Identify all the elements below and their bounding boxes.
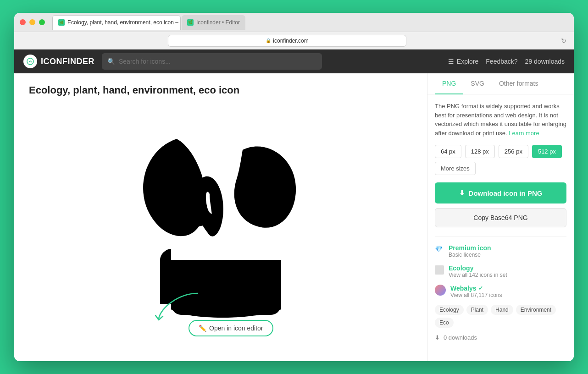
verified-badge-icon: ✓ — [478, 285, 483, 292]
traffic-lights — [20, 19, 45, 25]
download-icon: ⬇ — [459, 189, 465, 197]
explore-button[interactable]: ☰ Explore — [448, 58, 478, 65]
format-description: The PNG format is widely supported and w… — [435, 102, 566, 138]
premium-text: Premium icon Basic license — [449, 244, 491, 258]
tab-editor[interactable]: 🌿 Iconfinder • Editor — [182, 15, 245, 30]
refresh-button[interactable]: ↻ — [561, 37, 566, 44]
download-count-icon: ⬇ — [435, 334, 440, 341]
logo-text: ICONFINDER — [41, 57, 94, 66]
tabs-bar: 🌿 Ecology, plant, hand, environment, eco… — [52, 15, 568, 30]
maximize-button[interactable] — [39, 19, 45, 25]
iconset-sublabel: View all 142 icons in set — [449, 272, 507, 278]
copy-base64-button[interactable]: Copy Base64 PNG — [435, 208, 566, 227]
tab-favicon-icon: 🌿 — [58, 19, 65, 26]
tab-icon-label: Ecology, plant, hand, environment, eco i… — [67, 19, 181, 26]
tags-section: Ecology Plant Hand Environment Eco — [435, 305, 566, 328]
tab-svg[interactable]: SVG — [463, 73, 492, 94]
more-sizes-button[interactable]: More sizes — [435, 162, 476, 175]
svg-point-0 — [27, 58, 33, 65]
ecology-icon — [111, 117, 331, 339]
search-icon: 🔍 — [107, 58, 115, 65]
url-text: iconfinder.com — [273, 38, 308, 44]
tab-other-label: Other formats — [499, 80, 538, 87]
main-content: Ecology, plant, hand, environment, eco i… — [14, 73, 574, 361]
url-bar[interactable]: 🔒 iconfinder.com — [168, 35, 406, 47]
size-buttons: 64 px 128 px 256 px 512 px More sizes — [435, 145, 566, 175]
search-input[interactable] — [119, 58, 316, 65]
size-512-button[interactable]: 512 px — [532, 145, 562, 158]
size-64-button[interactable]: 64 px — [435, 145, 461, 158]
copy-label: Copy Base64 PNG — [473, 214, 527, 221]
icon-preview: ✏️ Open in icon editor — [29, 105, 412, 350]
size-128-button[interactable]: 128 px — [465, 145, 495, 158]
open-editor-label: Open in icon editor — [209, 324, 263, 332]
iconset-label[interactable]: Ecology — [449, 264, 507, 272]
tag-eco[interactable]: Eco — [435, 318, 454, 328]
downloads-info: ⬇ 0 downloads — [435, 334, 566, 341]
nav-right: ☰ Explore Feedback? 29 downloads — [448, 58, 565, 65]
tab-png-label: PNG — [442, 80, 456, 87]
icon-title: Ecology, plant, hand, environment, eco i… — [29, 84, 412, 96]
tag-environment[interactable]: Environment — [516, 305, 556, 315]
tab-svg-label: SVG — [471, 80, 484, 87]
author-meta-item: Webalys ✓ View all 87,117 icons — [435, 285, 566, 298]
premium-sublabel: Basic license — [449, 252, 491, 258]
open-editor-button[interactable]: ✏️ Open in icon editor — [189, 320, 273, 336]
right-panel: PNG SVG Other formats The PNG format is … — [427, 73, 574, 361]
urlbar: 🔒 iconfinder.com ↻ — [14, 32, 574, 50]
feedback-label[interactable]: Feedback? — [486, 58, 517, 65]
tab-png[interactable]: PNG — [435, 73, 463, 94]
explore-label: Explore — [457, 58, 478, 65]
hamburger-icon: ☰ — [448, 58, 454, 65]
format-tabs: PNG SVG Other formats — [427, 73, 574, 94]
tag-plant[interactable]: Plant — [466, 305, 488, 315]
logo-area[interactable]: ICONFINDER — [23, 55, 94, 68]
author-avatar — [435, 285, 446, 296]
tag-ecology[interactable]: Ecology — [435, 305, 464, 315]
tab-icon[interactable]: 🌿 Ecology, plant, hand, environment, eco… — [52, 15, 181, 30]
premium-meta-item: 💎 Premium icon Basic license — [435, 244, 566, 258]
iconset-meta-item: Ecology View all 142 icons in set — [435, 264, 566, 278]
author-label[interactable]: Webalys ✓ — [450, 285, 502, 292]
titlebar: 🌿 Ecology, plant, hand, environment, eco… — [14, 13, 574, 32]
tab-other-formats[interactable]: Other formats — [492, 73, 546, 94]
premium-icon: 💎 — [435, 245, 444, 254]
navbar: ICONFINDER 🔍 ☰ Explore Feedback? 29 down… — [14, 50, 574, 73]
browser-window: 🌿 Ecology, plant, hand, environment, eco… — [14, 13, 574, 361]
annotation-area: ✏️ Open in icon editor — [189, 320, 273, 336]
meta-section: 💎 Premium icon Basic license Ecology Vie… — [435, 236, 566, 341]
downloads-count: 0 downloads — [444, 334, 477, 341]
learn-more-link[interactable]: Learn more — [509, 130, 539, 137]
panel-content: The PNG format is widely supported and w… — [427, 94, 574, 361]
edit-icon: ✏️ — [199, 324, 206, 332]
premium-label[interactable]: Premium icon — [449, 244, 491, 252]
close-button[interactable] — [20, 19, 26, 25]
author-sublabel: View all 87,117 icons — [450, 292, 502, 298]
minimize-button[interactable] — [29, 19, 35, 25]
icon-area: Ecology, plant, hand, environment, eco i… — [14, 73, 427, 361]
lock-icon: 🔒 — [266, 38, 271, 43]
iconset-icon — [435, 265, 444, 275]
tag-hand[interactable]: Hand — [491, 305, 513, 315]
size-256-button[interactable]: 256 px — [499, 145, 528, 158]
download-button[interactable]: ⬇ Download icon in PNG — [435, 182, 566, 204]
download-label: Download icon in PNG — [469, 189, 543, 197]
iconset-text: Ecology View all 142 icons in set — [449, 264, 507, 278]
logo-icon — [23, 55, 37, 68]
tab-editor-label: Iconfinder • Editor — [196, 19, 240, 26]
downloads-label: 29 downloads — [525, 58, 565, 65]
author-text: Webalys ✓ View all 87,117 icons — [450, 285, 502, 298]
search-bar[interactable]: 🔍 — [102, 53, 322, 70]
tab-editor-favicon-icon: 🌿 — [187, 19, 194, 26]
